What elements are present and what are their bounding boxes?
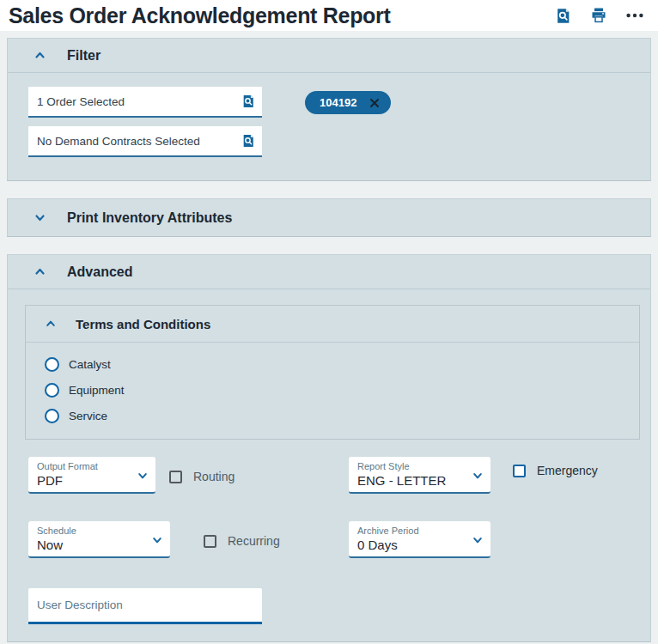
chevron-up-icon: [34, 49, 46, 62]
report-style-label: Report Style: [357, 461, 468, 472]
chevron-up-icon: [45, 318, 57, 330]
print-button[interactable]: [589, 6, 608, 25]
advanced-section-title: Advanced: [67, 264, 132, 280]
report-style-dropdown[interactable]: Report Style ENG - LETTER: [349, 457, 490, 494]
filter-section-header[interactable]: Filter: [8, 39, 650, 73]
schedule-label: Schedule: [37, 526, 148, 537]
selected-order-chip[interactable]: 104192: [305, 91, 391, 114]
chevron-up-icon: [34, 265, 46, 278]
checkbox-icon[interactable]: [513, 465, 526, 477]
selected-order-chip-label: 104192: [320, 96, 356, 109]
search-document-icon[interactable]: [241, 134, 255, 148]
routing-checkbox[interactable]: Routing: [169, 470, 235, 483]
report-parameters-form: Filter 104192: [0, 31, 658, 644]
chevron-down-icon: [137, 470, 149, 485]
schedule-dropdown[interactable]: Schedule Now: [28, 521, 170, 558]
archive-period-value: 0 Days: [357, 537, 468, 553]
output-format-label: Output Format: [37, 461, 133, 472]
recurring-checkbox[interactable]: Recurring: [204, 534, 280, 548]
preview-report-button[interactable]: [553, 6, 572, 25]
filter-section-title: Filter: [67, 48, 101, 64]
filter-section: Filter 104192: [7, 38, 651, 181]
options-row-1: Output Format PDF Routing Report Style E…: [8, 457, 650, 494]
terms-and-conditions-panel: Terms and Conditions Catalyst Equipment …: [25, 305, 640, 440]
preview-report-icon: [555, 8, 571, 24]
page-title: Sales Order Acknowledgement Report: [9, 3, 391, 28]
terms-and-conditions-title: Terms and Conditions: [76, 317, 210, 331]
chevron-down-icon: [34, 211, 46, 224]
output-format-dropdown[interactable]: Output Format PDF: [28, 457, 155, 494]
advanced-section: Advanced Terms and Conditions Catalyst: [7, 254, 651, 642]
print-inventory-attributes-title: Print Inventory Attributes: [67, 210, 232, 226]
chevron-down-icon: [151, 534, 163, 550]
orders-lookup-input[interactable]: [37, 95, 241, 108]
radio-service[interactable]: Service: [45, 403, 639, 428]
chevron-down-icon: [472, 470, 484, 485]
output-format-value: PDF: [37, 472, 133, 489]
search-document-icon[interactable]: [241, 94, 255, 108]
radio-button-icon[interactable]: [45, 383, 59, 398]
user-description-input[interactable]: [28, 588, 262, 624]
radio-equipment[interactable]: Equipment: [45, 377, 639, 403]
filter-section-body: 104192: [8, 73, 650, 180]
header-actions: [553, 6, 644, 25]
radio-button-icon[interactable]: [45, 357, 59, 372]
emergency-checkbox[interactable]: Emergency: [513, 464, 598, 477]
radio-catalyst[interactable]: Catalyst: [45, 351, 639, 377]
more-actions-icon: [626, 13, 643, 18]
advanced-section-body: Terms and Conditions Catalyst Equipment …: [8, 305, 650, 641]
archive-period-label: Archive Period: [357, 526, 468, 537]
demand-contracts-lookup-field[interactable]: [28, 126, 262, 157]
checkbox-icon[interactable]: [204, 535, 216, 548]
checkbox-icon[interactable]: [169, 471, 182, 483]
schedule-value: Now: [37, 537, 148, 553]
report-style-value: ENG - LETTER: [357, 472, 468, 489]
title-bar: Sales Order Acknowledgement Report: [0, 0, 658, 31]
terms-and-conditions-header[interactable]: Terms and Conditions: [26, 306, 639, 343]
radio-button-icon[interactable]: [45, 409, 59, 423]
print-icon: [590, 7, 607, 24]
demand-contracts-lookup-input[interactable]: [37, 135, 241, 148]
archive-period-dropdown[interactable]: Archive Period 0 Days: [349, 521, 490, 558]
options-row-2: Schedule Now Recurring Archive Period 0 …: [8, 521, 650, 558]
print-inventory-attributes-section: Print Inventory Attributes: [7, 198, 651, 237]
remove-order-icon[interactable]: [369, 98, 380, 108]
more-actions-button[interactable]: [625, 6, 644, 25]
print-inventory-attributes-header[interactable]: Print Inventory Attributes: [8, 199, 650, 236]
terms-and-conditions-body: Catalyst Equipment Service: [26, 343, 639, 439]
orders-lookup-field[interactable]: [28, 87, 262, 118]
chevron-down-icon: [472, 534, 484, 550]
advanced-section-header[interactable]: Advanced: [8, 255, 650, 289]
